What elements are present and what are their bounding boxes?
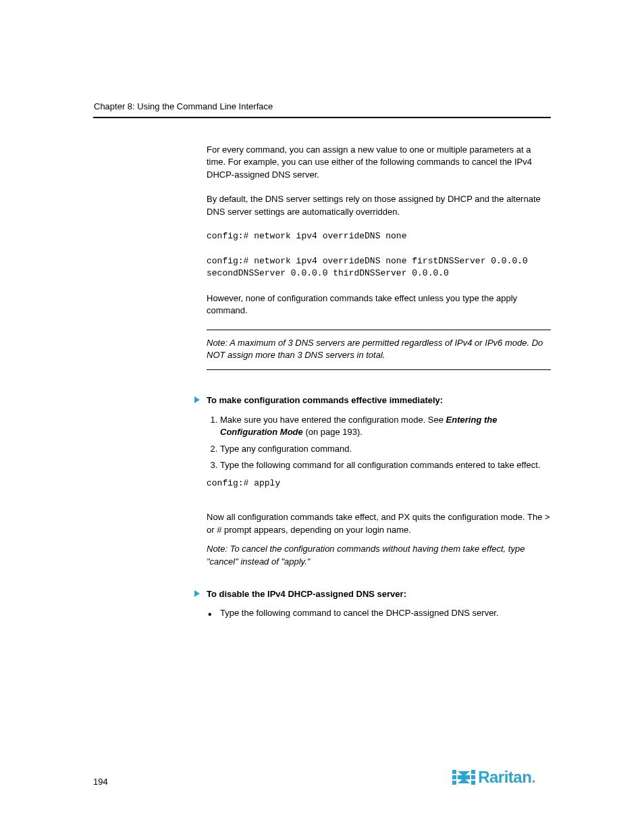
closing-paragraph: Now all configuration commands take effe… — [207, 511, 551, 536]
svg-rect-0 — [452, 770, 456, 774]
procedure-b: To disable the IPv4 DHCP-assigned DNS se… — [207, 588, 551, 620]
chapter-header: Chapter 8: Using the Command Line Interf… — [93, 101, 551, 111]
inline-note: Note: To cancel the configuration comman… — [207, 543, 551, 568]
triangle-right-icon — [194, 590, 200, 597]
header-rule — [93, 117, 551, 118]
step-1: Make sure you have entered the configura… — [220, 414, 551, 439]
note-rule-top — [207, 330, 551, 330]
triangle-right-icon — [194, 396, 200, 403]
note-rule-bottom — [207, 369, 551, 370]
paragraph: For every command, you can assign a new … — [207, 144, 551, 181]
paragraph: However, none of configuration commands … — [207, 292, 551, 317]
step-2: Type any configuration command. — [220, 443, 551, 455]
procedure-b-title-text: To disable the IPv4 DHCP-assigned DNS se… — [207, 589, 406, 599]
brand-logo: Raritan. — [452, 768, 536, 787]
command-example-2: config:# network ipv4 overrideDNS none f… — [207, 255, 551, 280]
command-example-1: config:# network ipv4 overrideDNS none — [207, 230, 551, 242]
raritan-logo-icon — [452, 768, 475, 786]
svg-rect-2 — [452, 781, 456, 785]
procedure-a-title-text: To make configuration commands effective… — [207, 395, 443, 405]
procedure-a-title: To make configuration commands effective… — [207, 394, 551, 407]
procedure-a-steps: Make sure you have entered the configura… — [207, 414, 551, 472]
svg-rect-3 — [471, 770, 475, 774]
svg-rect-1 — [452, 775, 456, 779]
svg-rect-4 — [471, 775, 475, 779]
procedure-a: To make configuration commands effective… — [207, 394, 551, 490]
step-3: Type the following command for all confi… — [220, 459, 551, 471]
procedure-b-title: To disable the IPv4 DHCP-assigned DNS se… — [207, 588, 551, 600]
procedure-b-list: Type the following command to cancel the… — [207, 607, 551, 619]
svg-rect-8 — [458, 775, 470, 779]
note-text: Note: A maximum of 3 DNS servers are per… — [207, 334, 551, 366]
step-1-pre: Make sure you have entered the configura… — [220, 415, 446, 425]
brand-dot: . — [531, 768, 536, 787]
apply-command: config:# apply — [207, 477, 551, 490]
page-number: 194 — [93, 777, 108, 787]
note-block: Note: A maximum of 3 DNS servers are per… — [207, 330, 551, 371]
procedure-b-bullet: Type the following command to cancel the… — [207, 607, 551, 619]
brand-name: Raritan — [478, 768, 531, 787]
paragraph: By default, the DNS server settings rely… — [207, 193, 551, 218]
svg-rect-5 — [471, 781, 475, 785]
body-column: For every command, you can assign a new … — [207, 144, 551, 620]
step-1-post: (on page 193). — [303, 427, 363, 437]
